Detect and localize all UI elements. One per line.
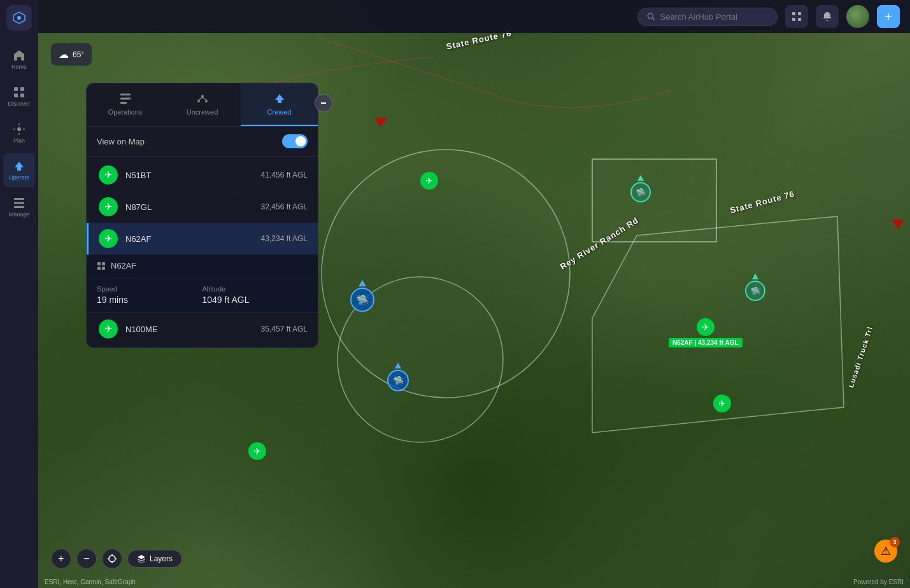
aircraft-row-N100ME[interactable]: ✈ N100ME 35,457 ft AGL	[87, 313, 318, 345]
tab-operations[interactable]: Operations	[87, 83, 164, 126]
tab-crewed[interactable]: Crewed	[241, 83, 318, 126]
main-content: +	[38, 0, 910, 588]
grid-view-button[interactable]	[785, 5, 808, 28]
svg-point-1	[17, 16, 21, 20]
aircraft-detail-N62AF: N62AF Speed 19 mins Altitude 1049 ft AGL	[87, 255, 318, 313]
target-button[interactable]	[102, 549, 122, 569]
aircraft-detail-header: N62AF	[87, 255, 318, 277]
view-on-map-row: View on Map	[87, 127, 318, 157]
aircraft-icon-3: ✈	[713, 395, 731, 412]
drone-marker-4[interactable]: 🛸	[745, 274, 765, 301]
aircraft-icon-2: ✈	[420, 172, 438, 190]
layers-button[interactable]: Layers	[127, 550, 182, 568]
svg-point-31	[197, 100, 200, 102]
svg-rect-38	[102, 267, 105, 270]
aircraft-detail-stats: Speed 19 mins Altitude 1049 ft AGL	[87, 277, 318, 312]
aircraft-icon-4: ✈	[248, 442, 266, 460]
altitude-value: 1049 ft AGL	[203, 295, 308, 305]
view-on-map-label: View on Map	[97, 137, 145, 146]
svg-line-11	[652, 18, 654, 20]
weather-temp: 65°	[73, 50, 84, 59]
aircraft-row-N51BT[interactable]: ✈ N51BT 41,456 ft AGL	[87, 159, 318, 191]
svg-rect-7	[14, 198, 24, 200]
aircraft-marker-2[interactable]: ✈	[420, 172, 438, 190]
notifications-button[interactable]	[816, 5, 839, 28]
esri-attribution: Powered by ESRI	[853, 578, 904, 585]
sidebar-item-plan[interactable]: Plan	[3, 116, 35, 150]
aircraft-row-alt-N51BT: 41,456 ft AGL	[261, 171, 308, 179]
svg-point-10	[648, 13, 653, 18]
svg-rect-3	[20, 87, 24, 91]
aircraft-row-name-N62AF: N62AF	[125, 234, 253, 244]
toggle-thumb	[295, 136, 306, 146]
svg-rect-5	[20, 94, 24, 97]
altitude-label: Altitude	[203, 285, 308, 293]
collapse-panel-button[interactable]	[315, 94, 332, 112]
svg-point-32	[205, 100, 208, 102]
zoom-in-button[interactable]: +	[51, 549, 71, 569]
aircraft-row-alt-N100ME: 35,457 ft AGL	[261, 325, 308, 333]
add-button[interactable]: +	[877, 5, 900, 28]
user-avatar[interactable]	[846, 5, 869, 28]
svg-rect-35	[97, 262, 101, 265]
aircraft-row-icon-N100ME: ✈	[99, 319, 118, 339]
svg-rect-14	[792, 18, 795, 21]
drone-marker-2[interactable]: 🛸	[387, 363, 409, 391]
aircraft-row-alt-N87GL: 32,456 ft AGL	[261, 202, 308, 211]
speed-label: Speed	[97, 285, 203, 293]
svg-rect-8	[14, 202, 24, 204]
svg-rect-36	[97, 267, 101, 270]
map-bottom-controls: + − Layers	[51, 549, 182, 569]
drone-marker-1[interactable]: 🛸	[350, 280, 374, 312]
aircraft-label-N62AF: N62AF | 43,234 ft AGL	[669, 338, 743, 347]
view-on-map-toggle[interactable]	[282, 134, 308, 148]
drone-marker-3[interactable]: 🛸	[630, 175, 651, 202]
top-header: +	[38, 0, 910, 33]
weather-icon: ☁	[59, 48, 69, 60]
svg-line-33	[199, 97, 203, 100]
svg-rect-2	[14, 87, 18, 91]
aircraft-row-name-N51BT: N51BT	[125, 171, 253, 180]
svg-rect-15	[798, 18, 801, 21]
aircraft-marker-3[interactable]: ✈	[713, 395, 731, 412]
aircraft-detail-name: N62AF	[111, 261, 136, 270]
aircraft-marker-N62AF[interactable]: ✈ N62AF | 43,234 ft AGL	[669, 318, 743, 347]
aircraft-row-N62AF[interactable]: ✈ N62AF 43,234 ft AGL	[87, 223, 318, 255]
aircraft-marker-4[interactable]: ✈	[248, 442, 266, 460]
aircraft-row-icon-N51BT: ✈	[99, 165, 118, 185]
sidebar-item-discover[interactable]: Discover	[3, 79, 35, 113]
zoom-out-button[interactable]: −	[76, 549, 97, 569]
search-bar[interactable]	[637, 8, 778, 26]
weather-widget: ☁ 65°	[51, 43, 92, 66]
sidebar: Home Discover Plan Operate	[0, 0, 38, 588]
aircraft-row-N87GL[interactable]: ✈ N87GL 32,456 ft AGL	[87, 191, 318, 223]
aircraft-row-name-N100ME: N100ME	[125, 325, 253, 334]
sidebar-item-operate[interactable]: Operate	[3, 153, 35, 187]
aircraft-list: ✈ N51BT 41,456 ft AGL ✈ N87GL 32,456 ft …	[87, 157, 318, 347]
aircraft-row-alt-N62AF: 43,234 ft AGL	[261, 234, 308, 243]
svg-point-30	[201, 95, 204, 97]
svg-rect-13	[798, 12, 801, 15]
search-input[interactable]	[660, 12, 768, 22]
operations-panel: Operations Uncrewed Crewed	[86, 83, 318, 348]
speed-value: 19 mins	[97, 295, 203, 305]
sidebar-item-manage[interactable]: Manage	[3, 190, 35, 224]
svg-rect-9	[14, 206, 24, 208]
svg-rect-12	[792, 12, 795, 15]
layers-label: Layers	[150, 554, 173, 563]
svg-rect-28	[120, 98, 131, 100]
svg-rect-37	[102, 262, 105, 265]
sidebar-item-home[interactable]: Home	[3, 42, 35, 76]
svg-point-21	[109, 556, 115, 562]
tab-uncrewed[interactable]: Uncrewed	[164, 83, 241, 126]
svg-rect-29	[120, 102, 127, 104]
panel-tabs: Operations Uncrewed Crewed	[87, 83, 318, 127]
svg-rect-4	[14, 94, 18, 97]
app-logo[interactable]	[6, 5, 32, 31]
aircraft-row-name-N87GL: N87GL	[125, 202, 253, 212]
stat-altitude: Altitude 1049 ft AGL	[203, 285, 308, 305]
map-attribution: ESRI, Here, Garmin, SafeGraph	[45, 578, 136, 585]
aircraft-row-icon-N62AF: ✈	[99, 229, 118, 248]
warning-badge[interactable]: ⚠ 3	[874, 540, 897, 563]
svg-rect-27	[120, 94, 131, 95]
